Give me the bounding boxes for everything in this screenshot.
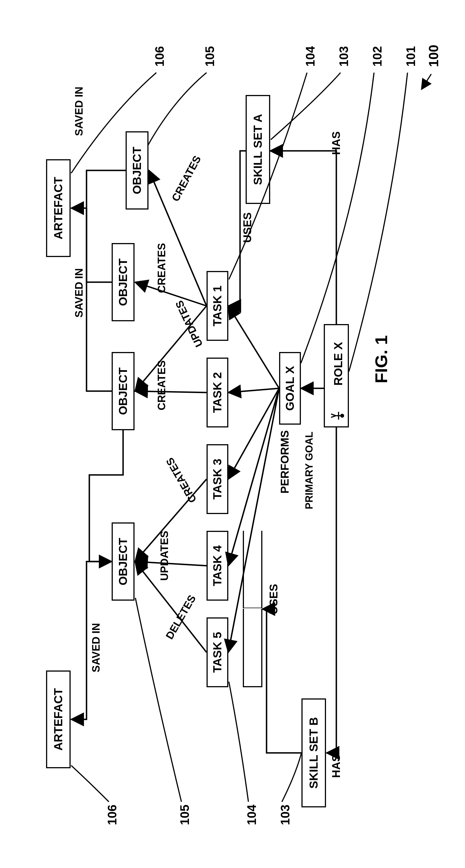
node-task-4-label: TASK 4 [211,545,224,586]
person-icon [331,412,344,420]
ref-105b: 105 [179,805,191,825]
ref-103b: 103 [279,805,291,825]
node-artefact-l-label: ARTEFACT [52,177,65,240]
node-task-2-label: TASK 2 [211,372,224,413]
node-object-d-label: OBJECT [117,538,130,585]
node-artefact-r: ARTEFACT [46,671,71,768]
figure-ref-100: 100 [427,45,440,67]
node-skill-a: SKILL SET A [245,95,270,204]
ref-101: 101 [405,46,417,66]
node-task-2: TASK 2 [206,358,228,428]
edge-creates-1b: CREATES [156,243,167,293]
ref-106: 106 [154,46,166,66]
edge-saved-in-a: SAVED IN [74,87,84,136]
diagram-stage: FIG. 1 100 ROLE X GOAL X SKILL SET A SKI… [0,0,465,868]
node-object-c: OBJECT [112,352,135,430]
node-object-c-label: OBJECT [117,367,130,415]
node-object-d: OBJECT [112,522,135,601]
node-goal: GOAL X [279,352,301,425]
ref-104b: 104 [245,805,258,825]
edge-creates-3d: CREATES [164,456,198,504]
node-skill-a-label: SKILL SET A [251,114,265,185]
node-task-5: TASK 5 [206,617,228,687]
node-role: ROLE X [324,324,349,428]
edge-primary-goal: PRIMARY GOAL [304,432,314,509]
edge-deletes-5d: DELETES [164,593,198,641]
edge-uses-a: USES [242,212,253,243]
edge-has-a: HAS [330,131,342,155]
node-skill-b: SKILL SET B [301,699,326,807]
edge-has-b: HAS [330,754,342,778]
node-task-3-label: TASK 3 [211,459,224,499]
node-artefact-l: ARTEFACT [46,159,71,257]
edge-updates-4d: UPDATES [159,531,170,581]
node-object-a-label: OBJECT [130,147,144,194]
edge-saved-in-d: SAVED IN [91,623,101,673]
node-task-5-label: TASK 5 [211,632,224,673]
edge-performs: PERFORMS [279,430,290,494]
ref-102: 102 [371,46,384,66]
ref-104: 104 [304,46,317,66]
node-object-b-label: OBJECT [117,258,130,306]
ref-106b: 106 [106,805,118,825]
node-role-label: ROLE X [332,342,345,385]
node-task-4: TASK 4 [206,531,228,601]
node-goal-label: GOAL X [283,366,297,411]
edge-saved-in-bc: SAVED IN [74,268,84,318]
edge-uses-b: USES [268,584,279,614]
edge-updates-1c: UPDATES [174,299,204,349]
node-task-3: TASK 3 [206,444,228,514]
node-object-b: OBJECT [112,243,135,321]
edge-creates-1a: CREATES [170,154,203,203]
node-task-1-label: TASK 1 [211,285,224,326]
node-task-1: TASK 1 [206,271,228,341]
figure-title: FIG. 1 [373,335,390,383]
group-task-4-5 [243,531,262,687]
ref-105: 105 [204,46,216,66]
node-artefact-r-label: ARTEFACT [52,688,65,751]
edge-creates-2c: CREATES [156,361,167,410]
node-skill-b-label: SKILL SET B [307,717,321,789]
node-object-a: OBJECT [126,131,148,210]
ref-103: 103 [338,46,350,66]
group-divider [243,608,262,609]
